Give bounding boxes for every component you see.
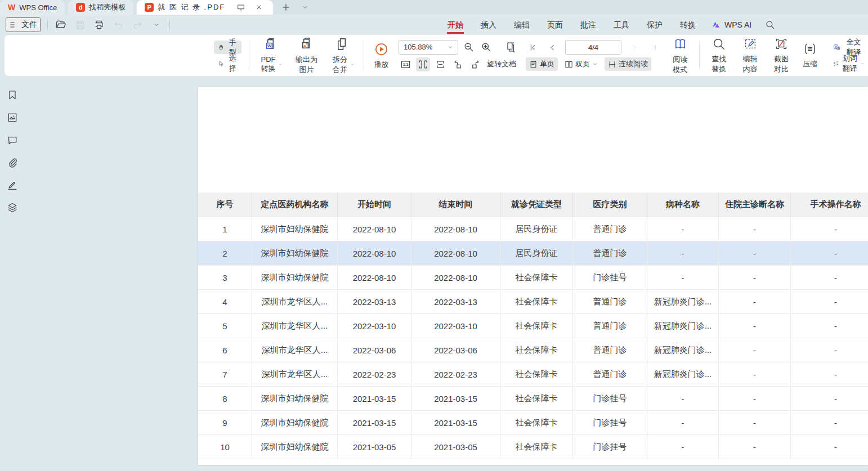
menu-item-1[interactable]: 开始 [447,16,464,34]
zoom-level-select[interactable]: 105.88% [399,40,458,55]
find-replace-button[interactable]: 查找替换 [707,37,731,74]
page-number-input[interactable]: 4/4 [565,40,621,55]
table-cell: 7 [198,362,252,387]
menu-item-5[interactable]: 批注 [580,16,597,34]
play-presentation-button[interactable]: 播放 [372,42,391,70]
page-organize-button[interactable] [504,40,518,54]
menu-item-2[interactable]: 插入 [480,16,497,34]
single-page-button[interactable]: 单页 [526,57,558,71]
tab-label: 找稻壳模板 [89,2,126,12]
rotate-left-button[interactable] [451,57,465,71]
screenshot-compare-button[interactable]: 截图对比 [769,37,793,74]
continuous-reading-button[interactable]: 连续阅读 [605,57,651,71]
table-cell: - [647,411,719,435]
first-page-icon [529,43,537,52]
wps-ai-button[interactable]: WPS AI [711,20,751,29]
tab-list-chevron-icon[interactable] [299,1,311,14]
table-cell: 深圳市龙华区人... [252,362,338,387]
redo-icon [131,19,144,31]
double-page-button[interactable]: 双页 [561,57,601,71]
table-cell: 2022-03-13 [411,290,500,314]
read-mode-button[interactable]: 阅读模式 [668,37,692,75]
select-tool-button[interactable]: 选择 [214,57,241,70]
export-as-image-button[interactable]: 输出为图片 [292,37,321,75]
table-cell: 社会保障卡 [500,314,573,338]
table-cell: - [647,217,719,241]
tab-wps-home[interactable]: W WPS Office [0,0,65,15]
last-page-button [647,41,661,55]
svg-text:1:1: 1:1 [403,62,409,66]
print-icon[interactable] [93,19,105,31]
menu-item-7[interactable]: 保护 [646,16,663,34]
table-cell: - [719,314,791,338]
monitor-icon[interactable] [235,1,247,14]
table-cell: 门诊挂号 [573,411,647,435]
zoom-in-button[interactable] [479,40,493,54]
menu-item-6[interactable]: 工具 [613,16,630,34]
compress-icon [803,42,817,56]
prev-page-icon [548,43,557,52]
table-cell: 2022-08-10 [338,217,411,241]
table-header-cell: 定点医药机构名称 [252,192,338,217]
table-cell: - [719,411,791,435]
word-translate-button[interactable]: 文A 划词翻译 [829,57,868,70]
table-cell: - [791,387,868,411]
table-cell: 新冠肺炎门诊... [647,290,719,314]
search-icon[interactable] [764,19,776,31]
file-menu-button[interactable]: 文件 [6,17,41,32]
more-actions-chevron-icon[interactable] [150,19,163,31]
table-cell: 深圳市妇幼保健院 [252,387,338,411]
annotate-pen-icon[interactable] [7,180,18,191]
table-cell: 深圳市妇幼保健院 [252,266,338,290]
pdf-convert-icon: W [263,37,278,52]
table-cell: 门诊挂号 [573,387,647,411]
comment-panel-icon[interactable] [7,134,18,146]
fit-width-button[interactable] [416,57,430,71]
tab-docer-templates[interactable]: d 找稻壳模板 [68,0,133,15]
table-row: 8深圳市妇幼保健院2021-03-152021-03-15社会保障卡门诊挂号--… [198,387,868,411]
thumbnail-panel-icon[interactable] [7,112,18,123]
table-header-cell: 住院主诊断名称 [719,192,791,217]
table-cell: 2022-08-10 [411,241,500,266]
table-cell: - [719,266,791,290]
tab-active-document[interactable]: P 就 医 记 录 .PDF [137,0,273,15]
table-header-cell: 医疗类别 [573,192,647,217]
menu-item-8[interactable]: 转换 [679,16,696,34]
table-cell: 社会保障卡 [500,338,573,362]
table-cell: 社会保障卡 [500,387,573,411]
hand-tool-button[interactable]: 手型 [214,41,241,54]
table-cell: 9 [198,411,252,435]
table-cell: 2022-03-06 [338,338,411,362]
zoom-out-button[interactable] [462,40,476,54]
open-folder-icon[interactable] [55,19,67,31]
edit-content-button[interactable]: 编辑内容 [738,37,762,74]
new-tab-plus-icon[interactable] [280,1,292,14]
attachment-icon[interactable] [7,157,18,168]
rotate-right-button[interactable] [468,57,482,71]
compress-button[interactable]: 压缩 [800,42,820,69]
full-translate-icon: A [833,42,840,52]
book-icon [673,37,688,52]
full-text-translate-button[interactable]: A 全文翻译 [829,41,868,54]
table-cell: 普通门诊 [573,241,647,266]
first-page-button[interactable] [526,41,540,55]
chevron-down-icon [448,44,453,50]
close-icon[interactable] [253,1,265,14]
layers-icon[interactable] [7,202,18,213]
wps-logo-icon: W [8,3,15,12]
menu-item-3[interactable]: 编辑 [513,16,530,34]
pdf-convert-button[interactable]: W PDF转换 [257,37,285,74]
side-panel-rail [0,76,25,213]
quick-access-and-menu-bar: 文件 开始插入编辑页面批注工具保护转换 WPS AI [0,15,868,35]
bookmark-icon[interactable] [7,89,18,101]
menu-item-4[interactable]: 页面 [547,16,563,34]
prev-page-button[interactable] [545,41,560,55]
split-merge-button[interactable]: 拆分合并 [328,37,356,75]
actual-size-button[interactable]: 1:1 [399,57,413,71]
table-cell: - [719,387,791,411]
chevron-down-icon [861,61,864,66]
continuous-icon [608,60,616,69]
fit-page-button[interactable] [433,57,448,71]
table-cell: - [647,387,719,411]
rotate-document-button[interactable]: 旋转文档 [486,59,517,69]
